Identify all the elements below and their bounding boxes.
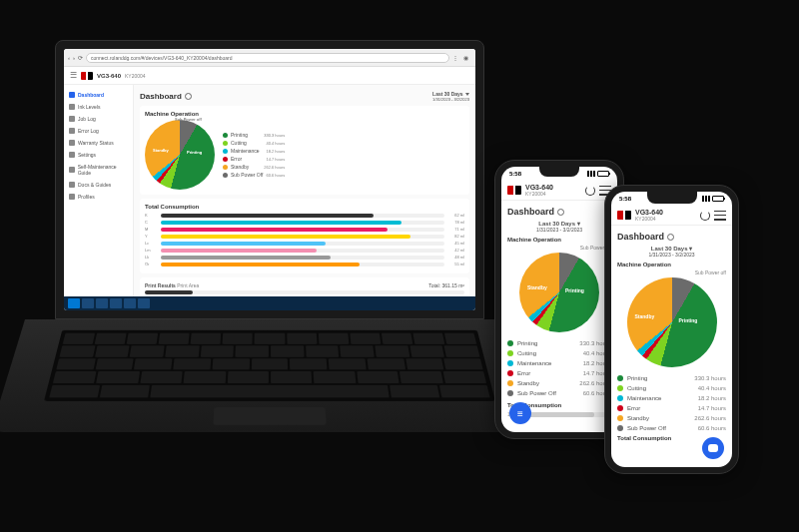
date-range-selector[interactable]: Last 30 Days 1/31/2023 - 3/2/2023 bbox=[432, 91, 469, 102]
chat-fab[interactable] bbox=[702, 437, 724, 459]
sub-power-label: Sub Power off bbox=[507, 245, 611, 251]
bar-row: Or55 ml bbox=[145, 262, 464, 266]
chevron-down-icon bbox=[465, 93, 469, 96]
trackpad bbox=[213, 407, 326, 425]
sidebar-item-ink[interactable]: Ink Levels bbox=[64, 101, 133, 113]
ext-icon[interactable]: ⋮ bbox=[452, 54, 460, 62]
print-results-card: Print Results Print Area Total: 361.15 m… bbox=[140, 277, 469, 296]
joblog-icon bbox=[69, 116, 75, 122]
docs-icon bbox=[69, 182, 75, 188]
bar-track bbox=[161, 256, 444, 260]
refresh-icon[interactable] bbox=[185, 93, 192, 100]
consumption-card: Total Consumption K62 mlC78 mlM71 mlY82 … bbox=[140, 199, 469, 273]
task-item[interactable] bbox=[82, 298, 94, 308]
pie-chart: Printing Standby Sub Power off bbox=[145, 120, 215, 190]
bar-value: 48 ml bbox=[448, 255, 464, 260]
bar-value: 42 ml bbox=[448, 248, 464, 253]
pie-label-printing: Printing bbox=[187, 150, 202, 155]
sidebar-item-profiles[interactable]: Profiles bbox=[64, 191, 133, 203]
legend-item: Maintenance18.2 hours bbox=[617, 393, 726, 403]
refresh-icon[interactable] bbox=[667, 234, 674, 241]
task-item[interactable] bbox=[96, 298, 108, 308]
refresh-icon[interactable] bbox=[557, 209, 564, 216]
bar-label: K bbox=[145, 213, 157, 218]
profiles-icon bbox=[69, 194, 75, 200]
forward-icon[interactable]: › bbox=[73, 55, 75, 61]
bar-row: C78 ml bbox=[145, 220, 464, 225]
refresh-icon[interactable] bbox=[700, 211, 710, 221]
sidebar-item-maint[interactable]: Self-Maintenance Guide bbox=[64, 161, 133, 179]
sidebar-item-errorlog[interactable]: Error Log bbox=[64, 125, 133, 137]
card-title: Print Results Print Area bbox=[145, 282, 199, 288]
task-item[interactable] bbox=[138, 298, 150, 308]
legend-item: Maintenance18.2 hours bbox=[507, 358, 611, 368]
menu-icon[interactable] bbox=[714, 211, 726, 221]
sidebar-item-joblog[interactable]: Job Log bbox=[64, 113, 133, 125]
bar-track bbox=[161, 235, 444, 239]
pie-label-subpower: Sub Power off bbox=[175, 117, 202, 122]
signal-icon bbox=[587, 171, 595, 177]
bar-track bbox=[161, 214, 444, 218]
bar-row: K62 ml bbox=[145, 213, 464, 218]
notch bbox=[647, 192, 697, 204]
reload-icon[interactable]: ⟳ bbox=[78, 54, 83, 61]
pie-label-standby: Standby bbox=[153, 148, 169, 153]
battery-icon bbox=[712, 196, 724, 202]
page-title: Dashboard bbox=[617, 232, 726, 242]
fab-button[interactable]: ≡ bbox=[509, 402, 531, 424]
sub-power-label: Sub Power off bbox=[617, 269, 726, 275]
device-name: VG3-640 bbox=[525, 184, 553, 191]
total-value: Total: 361.15 m² bbox=[428, 282, 464, 288]
profile-icon[interactable]: ◉ bbox=[463, 54, 471, 62]
bar-label: Or bbox=[145, 262, 157, 266]
bar-track bbox=[161, 249, 444, 253]
menu-icon[interactable]: ☰ bbox=[70, 71, 77, 80]
back-icon[interactable]: ‹ bbox=[68, 55, 70, 61]
ink-icon bbox=[69, 104, 75, 110]
bar-label: Lm bbox=[145, 248, 157, 253]
bar-row: Y82 ml bbox=[145, 234, 464, 239]
sidebar-item-docs[interactable]: Docs & Guides bbox=[64, 179, 133, 191]
legend-item: Standby262.6 hours bbox=[507, 378, 611, 388]
legend-item: Sub Power Off60.6 hours bbox=[617, 423, 726, 433]
start-button[interactable] bbox=[68, 298, 80, 308]
pie-chart: Printing Standby bbox=[519, 253, 599, 332]
bar-label: C bbox=[145, 220, 157, 225]
task-item[interactable] bbox=[110, 298, 122, 308]
card-title: Total Consumption bbox=[145, 204, 464, 210]
laptop-base bbox=[0, 319, 549, 432]
device-name: VG3-640 bbox=[635, 209, 663, 216]
legend-item: Error14.7 hours bbox=[617, 403, 726, 413]
signal-icon bbox=[702, 196, 710, 202]
url-bar[interactable]: connect.rolanddg.com/#/devices/VG3-640_K… bbox=[86, 53, 449, 63]
legend-item: Printing330.3 hours bbox=[617, 373, 726, 383]
content: Dashboard Last 30 Days 1/31/2023 - 3/2/2… bbox=[134, 85, 475, 296]
notch bbox=[539, 167, 579, 177]
bar-value: 82 ml bbox=[448, 234, 464, 239]
sidebar-item-dashboard[interactable]: Dashboard bbox=[64, 89, 133, 101]
page-title: Dashboard bbox=[140, 92, 192, 101]
legend-item: Cutting40.4 hours bbox=[223, 140, 285, 146]
legend: Printing330.3 hours Cutting40.4 hours Ma… bbox=[507, 338, 611, 398]
task-item[interactable] bbox=[124, 298, 136, 308]
phone-device-2: 5:58 VG3-640KY20004 Dashboard Last 30 Da… bbox=[604, 185, 739, 474]
date-range-selector[interactable]: Last 30 Days ▾ 1/31/2023 - 3/2/2023 bbox=[617, 245, 726, 258]
refresh-icon[interactable] bbox=[585, 186, 595, 196]
gear-icon bbox=[69, 152, 75, 158]
legend-item: Printing330.3 hours bbox=[507, 338, 611, 348]
windows-taskbar[interactable] bbox=[64, 296, 475, 310]
phone-header: VG3-640KY20004 bbox=[501, 181, 617, 201]
bar-track bbox=[161, 228, 444, 232]
sidebar-item-settings[interactable]: Settings bbox=[64, 149, 133, 161]
sidebar-item-warranty[interactable]: Warranty Status bbox=[64, 137, 133, 149]
bar-track bbox=[161, 221, 444, 225]
bar-track bbox=[161, 263, 444, 266]
battery-icon bbox=[597, 171, 609, 177]
date-range-selector[interactable]: Last 30 Days ▾ 1/31/2023 - 3/2/2023 bbox=[507, 220, 611, 233]
legend-item: Cutting40.4 hours bbox=[507, 348, 611, 358]
bar-value: 45 ml bbox=[448, 241, 464, 246]
legend-item: Standby262.6 hours bbox=[223, 164, 285, 170]
legend-item: Standby262.6 hours bbox=[617, 413, 726, 423]
warranty-icon bbox=[69, 140, 75, 146]
phone-header: VG3-640KY20004 bbox=[611, 206, 732, 226]
